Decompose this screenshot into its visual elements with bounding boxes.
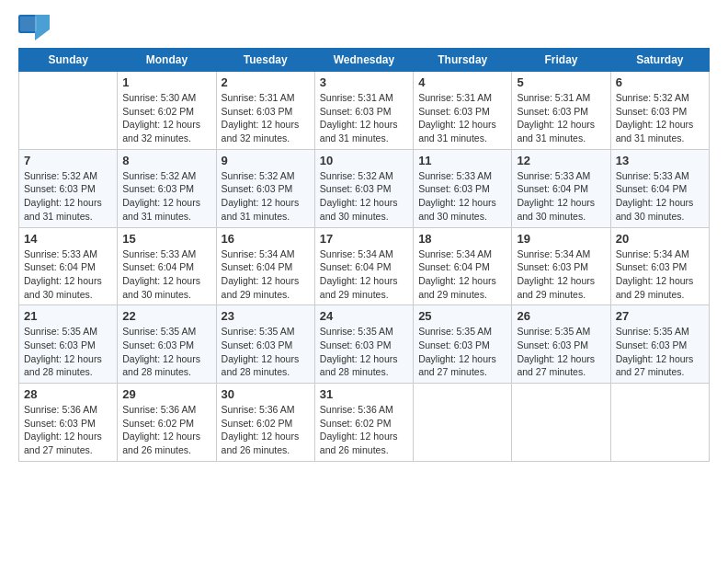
day-number: 9 <box>222 154 310 167</box>
calendar-day-cell: 28Sunrise: 5:36 AM Sunset: 6:03 PM Dayli… <box>19 384 118 462</box>
day-number: 30 <box>222 387 310 401</box>
day-info: Sunrise: 5:35 AM Sunset: 6:03 PM Dayligh… <box>418 325 506 379</box>
weekday-header-cell: Monday <box>118 49 216 72</box>
day-info: Sunrise: 5:35 AM Sunset: 6:03 PM Dayligh… <box>222 325 310 379</box>
weekday-header-cell: Tuesday <box>216 49 314 72</box>
calendar-week-row: 28Sunrise: 5:36 AM Sunset: 6:03 PM Dayli… <box>19 384 710 462</box>
svg-rect-2 <box>20 17 37 31</box>
weekday-header-cell: Thursday <box>414 49 512 72</box>
calendar-day-cell: 11Sunrise: 5:33 AM Sunset: 6:03 PM Dayli… <box>414 149 512 227</box>
day-info: Sunrise: 5:35 AM Sunset: 6:03 PM Dayligh… <box>24 325 112 379</box>
calendar-day-cell: 27Sunrise: 5:35 AM Sunset: 6:03 PM Dayli… <box>610 305 709 384</box>
calendar-day-cell: 26Sunrise: 5:35 AM Sunset: 6:03 PM Dayli… <box>512 305 610 384</box>
day-info: Sunrise: 5:33 AM Sunset: 6:04 PM Dayligh… <box>24 247 112 302</box>
calendar-day-cell: 15Sunrise: 5:33 AM Sunset: 6:04 PM Dayli… <box>118 227 216 305</box>
calendar-day-cell: 4Sunrise: 5:31 AM Sunset: 6:03 PM Daylig… <box>414 72 512 150</box>
day-number: 22 <box>122 309 210 323</box>
calendar-day-cell: 24Sunrise: 5:35 AM Sunset: 6:03 PM Dayli… <box>314 305 413 384</box>
day-info: Sunrise: 5:34 AM Sunset: 6:03 PM Dayligh… <box>517 247 605 302</box>
day-info: Sunrise: 5:34 AM Sunset: 6:04 PM Dayligh… <box>418 247 506 302</box>
day-info: Sunrise: 5:30 AM Sunset: 6:02 PM Dayligh… <box>122 91 210 145</box>
day-info: Sunrise: 5:35 AM Sunset: 6:03 PM Dayligh… <box>122 325 210 379</box>
day-number: 17 <box>320 232 408 246</box>
day-info: Sunrise: 5:32 AM Sunset: 6:03 PM Dayligh… <box>320 169 408 224</box>
calendar-day-cell: 10Sunrise: 5:32 AM Sunset: 6:03 PM Dayli… <box>314 149 413 227</box>
calendar-day-cell: 7Sunrise: 5:32 AM Sunset: 6:03 PM Daylig… <box>19 149 118 227</box>
day-number: 26 <box>517 309 605 323</box>
day-number: 12 <box>517 154 605 167</box>
day-number: 6 <box>616 75 704 89</box>
calendar-empty-cell <box>610 384 709 462</box>
calendar-day-cell: 19Sunrise: 5:34 AM Sunset: 6:03 PM Dayli… <box>512 227 610 305</box>
header <box>18 15 710 40</box>
day-info: Sunrise: 5:31 AM Sunset: 6:03 PM Dayligh… <box>418 91 506 145</box>
calendar-day-cell: 30Sunrise: 5:36 AM Sunset: 6:02 PM Dayli… <box>216 384 314 462</box>
calendar-day-cell: 12Sunrise: 5:33 AM Sunset: 6:04 PM Dayli… <box>512 149 610 227</box>
calendar-empty-cell <box>512 384 610 462</box>
day-info: Sunrise: 5:36 AM Sunset: 6:03 PM Dayligh… <box>24 403 112 457</box>
calendar-day-cell: 9Sunrise: 5:32 AM Sunset: 6:03 PM Daylig… <box>216 149 314 227</box>
calendar-week-row: 14Sunrise: 5:33 AM Sunset: 6:04 PM Dayli… <box>19 227 710 305</box>
calendar-day-cell: 14Sunrise: 5:33 AM Sunset: 6:04 PM Dayli… <box>19 227 118 305</box>
weekday-header-cell: Friday <box>512 49 610 72</box>
day-info: Sunrise: 5:36 AM Sunset: 6:02 PM Dayligh… <box>320 403 408 457</box>
day-info: Sunrise: 5:36 AM Sunset: 6:02 PM Dayligh… <box>222 403 310 457</box>
calendar-day-cell: 6Sunrise: 5:32 AM Sunset: 6:03 PM Daylig… <box>610 72 709 150</box>
logo-icon <box>18 15 50 40</box>
calendar-day-cell: 29Sunrise: 5:36 AM Sunset: 6:02 PM Dayli… <box>118 384 216 462</box>
day-info: Sunrise: 5:31 AM Sunset: 6:03 PM Dayligh… <box>222 91 310 145</box>
day-info: Sunrise: 5:35 AM Sunset: 6:03 PM Dayligh… <box>320 325 408 379</box>
day-number: 7 <box>24 154 112 167</box>
logo <box>18 15 53 40</box>
calendar-empty-cell <box>414 384 512 462</box>
day-info: Sunrise: 5:33 AM Sunset: 6:04 PM Dayligh… <box>122 247 210 302</box>
day-number: 31 <box>320 387 408 401</box>
day-number: 8 <box>122 154 210 167</box>
calendar-body: 1Sunrise: 5:30 AM Sunset: 6:02 PM Daylig… <box>19 72 710 462</box>
day-number: 14 <box>24 232 112 246</box>
svg-marker-1 <box>35 15 50 40</box>
day-info: Sunrise: 5:32 AM Sunset: 6:03 PM Dayligh… <box>122 169 210 224</box>
calendar-day-cell: 20Sunrise: 5:34 AM Sunset: 6:03 PM Dayli… <box>610 227 709 305</box>
day-number: 15 <box>122 232 210 246</box>
calendar-week-row: 1Sunrise: 5:30 AM Sunset: 6:02 PM Daylig… <box>19 72 710 150</box>
calendar-day-cell: 13Sunrise: 5:33 AM Sunset: 6:04 PM Dayli… <box>610 149 709 227</box>
day-info: Sunrise: 5:33 AM Sunset: 6:04 PM Dayligh… <box>517 169 605 224</box>
calendar-day-cell: 17Sunrise: 5:34 AM Sunset: 6:04 PM Dayli… <box>314 227 413 305</box>
weekday-header-row: SundayMondayTuesdayWednesdayThursdayFrid… <box>19 49 710 72</box>
day-number: 29 <box>122 387 210 401</box>
calendar-day-cell: 5Sunrise: 5:31 AM Sunset: 6:03 PM Daylig… <box>512 72 610 150</box>
day-number: 2 <box>222 75 310 89</box>
calendar-day-cell: 31Sunrise: 5:36 AM Sunset: 6:02 PM Dayli… <box>314 384 413 462</box>
day-number: 16 <box>222 232 310 246</box>
day-info: Sunrise: 5:33 AM Sunset: 6:03 PM Dayligh… <box>418 169 506 224</box>
calendar-day-cell: 2Sunrise: 5:31 AM Sunset: 6:03 PM Daylig… <box>216 72 314 150</box>
day-info: Sunrise: 5:35 AM Sunset: 6:03 PM Dayligh… <box>517 325 605 379</box>
day-info: Sunrise: 5:34 AM Sunset: 6:04 PM Dayligh… <box>222 247 310 302</box>
day-info: Sunrise: 5:34 AM Sunset: 6:03 PM Dayligh… <box>616 247 704 302</box>
calendar-week-row: 7Sunrise: 5:32 AM Sunset: 6:03 PM Daylig… <box>19 149 710 227</box>
calendar-day-cell: 8Sunrise: 5:32 AM Sunset: 6:03 PM Daylig… <box>118 149 216 227</box>
day-info: Sunrise: 5:35 AM Sunset: 6:03 PM Dayligh… <box>616 325 704 379</box>
day-number: 23 <box>222 309 310 323</box>
day-number: 25 <box>418 309 506 323</box>
day-number: 10 <box>320 154 408 167</box>
calendar-day-cell: 23Sunrise: 5:35 AM Sunset: 6:03 PM Dayli… <box>216 305 314 384</box>
day-info: Sunrise: 5:36 AM Sunset: 6:02 PM Dayligh… <box>122 403 210 457</box>
day-info: Sunrise: 5:32 AM Sunset: 6:03 PM Dayligh… <box>24 169 112 224</box>
calendar-day-cell: 25Sunrise: 5:35 AM Sunset: 6:03 PM Dayli… <box>414 305 512 384</box>
day-info: Sunrise: 5:31 AM Sunset: 6:03 PM Dayligh… <box>517 91 605 145</box>
day-info: Sunrise: 5:33 AM Sunset: 6:04 PM Dayligh… <box>616 169 704 224</box>
day-info: Sunrise: 5:32 AM Sunset: 6:03 PM Dayligh… <box>222 169 310 224</box>
calendar-day-cell: 3Sunrise: 5:31 AM Sunset: 6:03 PM Daylig… <box>314 72 413 150</box>
day-info: Sunrise: 5:32 AM Sunset: 6:03 PM Dayligh… <box>616 91 704 145</box>
day-number: 27 <box>616 309 704 323</box>
day-number: 3 <box>320 75 408 89</box>
day-number: 4 <box>418 75 506 89</box>
day-number: 19 <box>517 232 605 246</box>
day-number: 28 <box>24 387 112 401</box>
day-number: 13 <box>616 154 704 167</box>
day-number: 5 <box>517 75 605 89</box>
day-number: 20 <box>616 232 704 246</box>
day-number: 24 <box>320 309 408 323</box>
